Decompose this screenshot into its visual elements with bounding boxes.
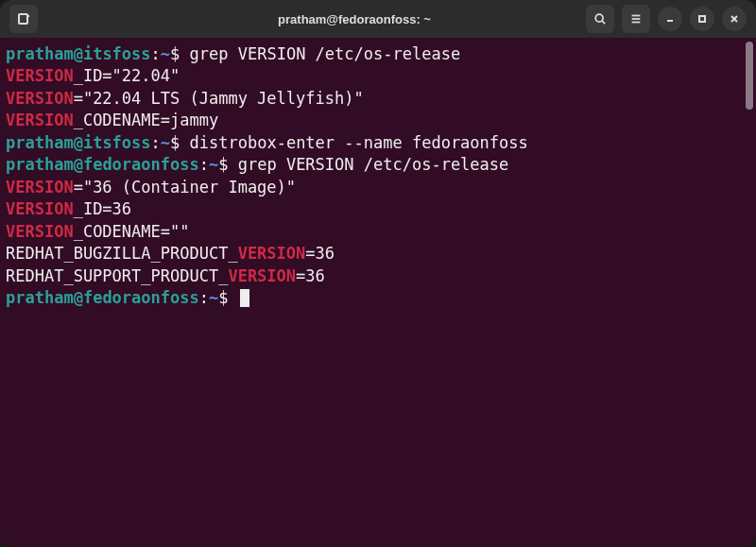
svg-rect-9 — [699, 16, 705, 22]
titlebar: pratham@fedoraonfoss: ~ — [0, 0, 756, 38]
grep-match: VERSION — [6, 178, 74, 197]
terminal-viewport[interactable]: pratham@itsfoss:~$ grep VERSION /etc/os-… — [0, 38, 756, 547]
prompt-host: itsfoss — [83, 44, 151, 63]
svg-line-4 — [602, 21, 605, 24]
command-text: grep VERSION /etc/os-release — [180, 44, 460, 63]
output-line: VERSION_CODENAME=jammy — [6, 110, 750, 131]
grep-match: VERSION — [228, 266, 296, 285]
output-line: VERSION_ID=36 — [6, 198, 750, 220]
cursor — [240, 289, 249, 307]
close-button[interactable] — [722, 7, 747, 31]
output-line: REDHAT_BUGZILLA_PRODUCT_VERSION=36 — [6, 243, 750, 265]
grep-match: VERSION — [238, 244, 306, 263]
prompt-line: pratham@fedoraonfoss:~$ — [6, 287, 750, 309]
scrollbar-thumb[interactable] — [746, 42, 753, 110]
window-title: pratham@fedoraonfoss: ~ — [123, 12, 586, 26]
grep-match: VERSION — [6, 199, 74, 218]
prompt-user: pratham — [6, 44, 74, 63]
search-button[interactable] — [586, 5, 614, 33]
output-line: VERSION_ID="22.04" — [6, 65, 750, 87]
grep-match: VERSION — [6, 66, 74, 85]
prompt-line: pratham@itsfoss:~$ grep VERSION /etc/os-… — [6, 43, 750, 65]
prompt-path: ~ — [161, 44, 170, 63]
output-line: VERSION_CODENAME="" — [6, 221, 750, 243]
grep-match: VERSION — [6, 222, 74, 241]
svg-point-3 — [595, 14, 603, 22]
grep-match: VERSION — [6, 111, 74, 129]
output-line: REDHAT_SUPPORT_PRODUCT_VERSION=36 — [6, 265, 750, 287]
output-line: VERSION="36 (Container Image)" — [6, 177, 750, 198]
command-text: grep VERSION /etc/os-release — [228, 155, 508, 174]
prompt-line: pratham@fedoraonfoss:~$ grep VERSION /et… — [6, 154, 750, 176]
output-line: VERSION="22.04 LTS (Jammy Jellyfish)" — [6, 88, 750, 110]
maximize-button[interactable] — [690, 7, 714, 31]
grep-match: VERSION — [6, 89, 74, 108]
menu-button[interactable] — [622, 5, 650, 33]
minimize-button[interactable] — [658, 7, 682, 31]
prompt-line: pratham@itsfoss:~$ distrobox-enter --nam… — [6, 132, 750, 154]
new-tab-button[interactable] — [9, 5, 38, 33]
svg-rect-0 — [19, 14, 27, 24]
command-text: distrobox-enter --name fedoraonfoss — [180, 133, 527, 152]
